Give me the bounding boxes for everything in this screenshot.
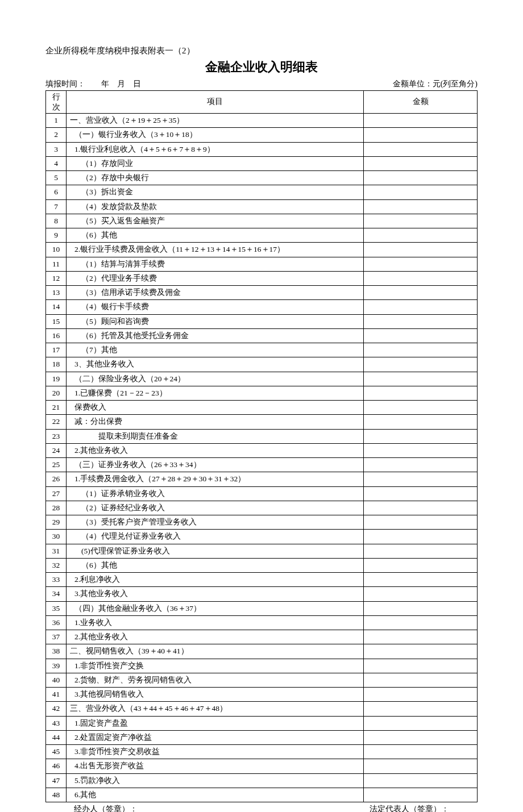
table-row: 1一、营业收入（2＋19＋25＋35） [46, 114, 478, 128]
row-item: （4）代理兑付证券业务收入 [67, 530, 364, 544]
form-footer-row: 经办人（签章）： 法定代表人（签章）： [45, 804, 478, 812]
row-number: 43 [46, 716, 67, 730]
row-amount[interactable] [364, 443, 478, 457]
row-item: 2.处置固定资产净收益 [67, 730, 364, 744]
row-amount[interactable] [364, 730, 478, 744]
table-row: 332.利息净收入 [46, 573, 478, 587]
row-item: 三、营业外收入（43＋44＋45＋46＋47＋48） [67, 702, 364, 716]
table-row: 6（3）拆出资金 [46, 185, 478, 199]
row-item: 6.其他 [67, 788, 364, 802]
row-amount[interactable] [364, 630, 478, 644]
row-item: （7）其他 [67, 343, 364, 357]
row-item: 1.已赚保费（21－22－23） [67, 386, 364, 400]
table-row: 9（6）其他 [46, 228, 478, 243]
row-amount[interactable] [364, 372, 478, 386]
row-number: 1 [46, 114, 67, 128]
row-amount[interactable] [364, 257, 478, 271]
row-amount[interactable] [364, 401, 478, 415]
row-item: 提取未到期责任准备金 [67, 429, 364, 443]
row-amount[interactable] [364, 587, 478, 601]
row-amount[interactable] [364, 386, 478, 400]
row-number: 16 [46, 328, 67, 343]
row-number: 41 [46, 688, 67, 702]
row-item: 2.利息净收入 [67, 573, 364, 587]
row-number: 18 [46, 357, 67, 372]
row-number: 23 [46, 429, 67, 443]
row-item: 2.其他业务收入 [67, 443, 364, 457]
table-row: 17（7）其他 [46, 343, 478, 357]
table-row: 11（1）结算与清算手续费 [46, 257, 478, 271]
row-item: （6）其他 [67, 558, 364, 572]
row-amount[interactable] [364, 243, 478, 257]
row-amount[interactable] [364, 486, 478, 501]
row-amount[interactable] [364, 156, 478, 170]
row-amount[interactable] [364, 601, 478, 615]
row-amount[interactable] [364, 185, 478, 199]
row-amount[interactable] [364, 472, 478, 486]
table-row: 38二、视同销售收入（39＋40＋41） [46, 644, 478, 659]
table-row: 16（6）托管及其他受托业务佣金 [46, 328, 478, 343]
row-amount[interactable] [364, 573, 478, 587]
row-number: 44 [46, 730, 67, 744]
row-item: （2）存放中央银行 [67, 171, 364, 185]
row-amount[interactable] [364, 228, 478, 243]
row-amount[interactable] [364, 214, 478, 228]
row-amount[interactable] [364, 716, 478, 730]
row-item: （4）银行卡手续费 [67, 300, 364, 314]
row-amount[interactable] [364, 759, 478, 773]
row-amount[interactable] [364, 702, 478, 716]
table-row: 4（1）存放同业 [46, 156, 478, 170]
table-row: 201.已赚保费（21－22－23） [46, 386, 478, 400]
row-amount[interactable] [364, 114, 478, 128]
row-number: 10 [46, 243, 67, 257]
row-amount[interactable] [364, 788, 478, 802]
row-item: （4）发放贷款及垫款 [67, 199, 364, 214]
row-item: （二）保险业务收入（20＋24） [67, 372, 364, 386]
row-number: 3 [46, 142, 67, 156]
table-row: 12（2）代理业务手续费 [46, 271, 478, 285]
row-amount[interactable] [364, 357, 478, 372]
row-number: 14 [46, 300, 67, 314]
row-amount[interactable] [364, 673, 478, 687]
row-amount[interactable] [364, 300, 478, 314]
row-item: 2.银行业手续费及佣金收入（11＋12＋13＋14＋15＋16＋17） [67, 243, 364, 257]
row-item: （2）代理业务手续费 [67, 271, 364, 285]
row-amount[interactable] [364, 745, 478, 759]
table-row: 23提取未到期责任准备金 [46, 429, 478, 443]
row-amount[interactable] [364, 199, 478, 214]
row-amount[interactable] [364, 171, 478, 185]
table-row: 402.货物、财产、劳务视同销售收入 [46, 673, 478, 687]
row-number: 29 [46, 515, 67, 530]
row-amount[interactable] [364, 328, 478, 343]
row-item: （三）证券业务收入（26＋33＋34） [67, 458, 364, 472]
row-item: （2）证券经纪业务收入 [67, 501, 364, 515]
row-amount[interactable] [364, 429, 478, 443]
row-amount[interactable] [364, 558, 478, 572]
row-amount[interactable] [364, 688, 478, 702]
row-amount[interactable] [364, 544, 478, 558]
row-amount[interactable] [364, 530, 478, 544]
row-amount[interactable] [364, 343, 478, 357]
row-amount[interactable] [364, 615, 478, 630]
row-item: （1）存放同业 [67, 156, 364, 170]
table-row: 7（4）发放贷款及垫款 [46, 199, 478, 214]
row-amount[interactable] [364, 773, 478, 788]
row-item: （1）证券承销业务收入 [67, 486, 364, 501]
row-amount[interactable] [364, 458, 478, 472]
row-amount[interactable] [364, 286, 478, 300]
row-amount[interactable] [364, 644, 478, 659]
table-row: 27（1）证券承销业务收入 [46, 486, 478, 501]
row-amount[interactable] [364, 142, 478, 156]
row-amount[interactable] [364, 515, 478, 530]
row-amount[interactable] [364, 501, 478, 515]
table-row: 21保费收入 [46, 401, 478, 415]
row-amount[interactable] [364, 271, 478, 285]
row-amount[interactable] [364, 415, 478, 429]
row-item: （6）其他 [67, 228, 364, 243]
row-item: 1.银行业利息收入（4＋5＋6＋7＋8＋9） [67, 142, 364, 156]
row-amount[interactable] [364, 128, 478, 142]
row-amount[interactable] [364, 314, 478, 328]
row-amount[interactable] [364, 659, 478, 673]
row-number: 8 [46, 214, 67, 228]
col-header-amount: 金额 [364, 91, 478, 114]
